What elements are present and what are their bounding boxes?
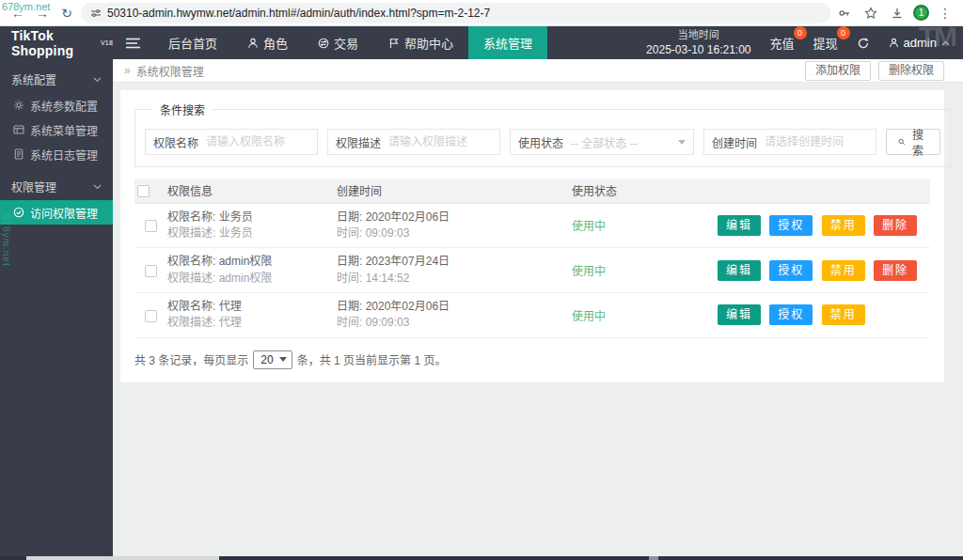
- created-time: 14:14:52: [366, 272, 410, 285]
- sidebar-item-label: 系统参数配置: [30, 98, 98, 114]
- desc-label: 权限描述:: [167, 272, 219, 285]
- password-key-icon[interactable]: [834, 3, 855, 23]
- sidebar-item-access-permission[interactable]: 访问权限管理: [0, 200, 113, 225]
- nav-item-home-label: 后台首页: [168, 34, 217, 52]
- nav-item-system[interactable]: 系统管理: [468, 26, 547, 59]
- row-checkbox[interactable]: [145, 310, 157, 322]
- row-checkbox[interactable]: [145, 265, 157, 277]
- person-icon: [247, 38, 259, 49]
- authorize-button[interactable]: 授权: [769, 260, 813, 281]
- screen: ← → ↻ 1 ⋮: [0, 0, 963, 560]
- browser-toolbar: ← → ↻ 1 ⋮: [0, 0, 963, 26]
- breadcrumb: 系统权限管理: [136, 63, 204, 79]
- header-permission-info: 权限信息: [165, 179, 334, 203]
- disable-button[interactable]: 禁用: [822, 215, 865, 236]
- search-button[interactable]: 搜索: [886, 129, 940, 155]
- app-logo-text: TikTok Shopping: [11, 28, 99, 58]
- edit-button[interactable]: 编辑: [718, 260, 761, 281]
- disable-button[interactable]: 禁用: [822, 304, 865, 325]
- nav-item-roles[interactable]: 角色: [232, 26, 303, 59]
- created-date: 2020年02月06日: [366, 210, 450, 224]
- page-refresh-icon[interactable]: [857, 37, 870, 50]
- sidebar-group-permission[interactable]: 权限管理: [0, 172, 113, 200]
- permission-desc-input[interactable]: [388, 135, 499, 148]
- permission-name: 代理: [219, 300, 242, 313]
- search-icon: [898, 136, 906, 148]
- create-time-group: 创建时间: [703, 129, 876, 155]
- date-label: 日期:: [337, 210, 366, 224]
- permission-name-group: 权限名称: [145, 129, 318, 155]
- select-all-checkbox[interactable]: [137, 185, 150, 197]
- edit-button[interactable]: 编辑: [718, 304, 761, 325]
- create-time-input[interactable]: [765, 135, 876, 148]
- status-badge: 使用中: [572, 265, 606, 278]
- chevron-down-icon: [279, 357, 287, 362]
- page-size-value: 20: [260, 353, 273, 366]
- sidebar-group-system-config[interactable]: 系统配置: [0, 65, 113, 93]
- withdraw-button[interactable]: 提现 0: [813, 34, 838, 52]
- bookmark-star-icon[interactable]: [860, 3, 881, 23]
- nav-item-help[interactable]: 帮助中心: [373, 26, 468, 59]
- sidebar-item-log-mgmt[interactable]: 系统日志管理: [0, 142, 113, 166]
- name-label: 权限名称:: [167, 255, 219, 268]
- user-icon: [889, 38, 899, 48]
- bottom-strip-segment: [649, 556, 658, 560]
- date-label: 日期:: [337, 255, 366, 268]
- pagination-prefix: 共 3 条记录，每页显示: [134, 351, 248, 367]
- delete-permission-button[interactable]: 删除权限: [878, 61, 944, 81]
- row-checkbox[interactable]: [145, 220, 157, 232]
- menu-grid-icon: [13, 124, 24, 135]
- status-select-value: -- 全部状态 --: [571, 134, 638, 150]
- filter-legend: 条件搜索: [152, 101, 213, 117]
- permission-name-label: 权限名称: [146, 134, 206, 150]
- recharge-button[interactable]: 充值 0: [770, 34, 795, 52]
- recharge-badge: 0: [794, 26, 807, 39]
- chevron-down-icon: [93, 179, 102, 193]
- watermark-tm: TM: [919, 21, 955, 53]
- download-icon[interactable]: [887, 3, 908, 23]
- delete-button[interactable]: 删除: [874, 215, 917, 236]
- nav-item-roles-label: 角色: [263, 34, 288, 52]
- sidebar-item-label: 访问权限管理: [30, 205, 98, 221]
- delete-button[interactable]: 删除: [874, 260, 917, 281]
- status-group: 使用状态 -- 全部状态 --: [510, 129, 694, 155]
- status-select[interactable]: -- 全部状态 --: [571, 130, 693, 154]
- profile-avatar[interactable]: 1: [913, 5, 929, 21]
- nav-item-trade[interactable]: 交易: [303, 26, 373, 59]
- authorize-button[interactable]: 授权: [769, 304, 813, 325]
- sidebar: 系统配置 系统参数配置 系统菜单管理 系统日志管理 权限管理: [0, 59, 113, 556]
- edit-button[interactable]: 编辑: [718, 215, 761, 236]
- gear-icon: [13, 100, 24, 111]
- address-bar[interactable]: [81, 3, 830, 23]
- main-content: » 系统权限管理 添加权限 删除权限 条件搜索 权限名称 权限描述: [113, 59, 963, 556]
- hamburger-icon[interactable]: [113, 26, 153, 59]
- app-logo: TikTok Shopping V18: [0, 26, 113, 59]
- page-size-select[interactable]: 20: [253, 350, 292, 369]
- app-navbar: TikTok Shopping V18 后台首页 角色 交易 帮助中心 系统管理: [0, 26, 963, 59]
- navbar-right: 当地时间 2025-03-10 16:21:00 充值 0 提现 0 admin: [646, 26, 963, 59]
- content-card: 条件搜索 权限名称 权限描述 使用状态 -- 全部状态 --: [120, 90, 944, 382]
- permission-name-input[interactable]: [206, 135, 317, 148]
- sidebar-item-param-config[interactable]: 系统参数配置: [0, 93, 113, 117]
- trade-icon: [318, 38, 329, 49]
- flag-icon: [388, 38, 400, 49]
- table-row: 权限名称: admin权限 权限描述: admin权限 日期: 2023年07月…: [134, 248, 930, 293]
- site-settings-icon[interactable]: [90, 8, 102, 19]
- status-badge: 使用中: [572, 220, 606, 233]
- refresh-icon[interactable]: ↻: [56, 3, 77, 23]
- header-created-time: 创建时间: [334, 179, 569, 203]
- bottom-strip: [0, 556, 963, 560]
- permission-desc-label: 权限描述: [328, 134, 388, 150]
- sidebar-item-menu-mgmt[interactable]: 系统菜单管理: [0, 117, 113, 142]
- sidebar-item-label: 系统菜单管理: [30, 122, 98, 138]
- sidebar-group-label: 系统配置: [11, 71, 56, 87]
- nav-item-help-label: 帮助中心: [404, 34, 453, 52]
- authorize-button[interactable]: 授权: [769, 215, 813, 236]
- desc-label: 权限描述:: [167, 316, 219, 329]
- url-input[interactable]: [107, 7, 821, 20]
- disable-button[interactable]: 禁用: [822, 260, 865, 281]
- local-time-label: 当地时间: [646, 28, 750, 42]
- nav-item-home[interactable]: 后台首页: [153, 26, 232, 59]
- add-permission-button[interactable]: 添加权限: [805, 61, 871, 81]
- app-logo-version: V18: [101, 39, 113, 46]
